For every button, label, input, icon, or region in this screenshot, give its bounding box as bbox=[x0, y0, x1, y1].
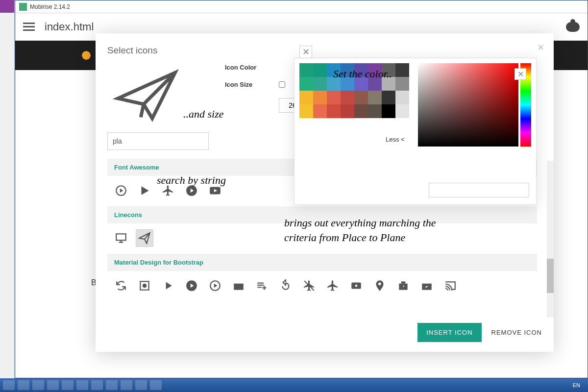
color-swatch[interactable] bbox=[313, 77, 327, 91]
scrollbar-thumb[interactable] bbox=[547, 259, 554, 293]
annot-and-size: ..and size bbox=[183, 108, 224, 121]
insert-icon-button[interactable]: INSERT ICON bbox=[417, 323, 481, 342]
play-solid-icon[interactable] bbox=[136, 182, 153, 199]
color-swatch[interactable] bbox=[327, 104, 341, 118]
modal-title: Select icons bbox=[107, 45, 542, 56]
color-swatch[interactable] bbox=[341, 104, 354, 118]
color-swatch[interactable] bbox=[395, 63, 409, 77]
color-picker-popover: ✕ Less < ✕ bbox=[294, 58, 537, 205]
taskbar-explorer-icon[interactable] bbox=[18, 380, 29, 390]
titlebar: Mobirise 2.14.2 bbox=[15, 0, 588, 13]
brightness-icon[interactable] bbox=[136, 277, 153, 294]
icon-size-label: Icon Size bbox=[225, 81, 279, 88]
sun-logo-icon bbox=[79, 48, 94, 63]
taskbar-mobirise-icon[interactable] bbox=[91, 380, 103, 390]
refresh-icon[interactable] bbox=[112, 277, 130, 294]
annot-set-color: Set the color.. bbox=[333, 68, 392, 80]
ribbon-color-strip bbox=[0, 0, 14, 13]
replay-icon[interactable] bbox=[277, 277, 294, 294]
color-swatch[interactable] bbox=[327, 91, 341, 104]
cast-icon[interactable] bbox=[441, 277, 459, 294]
local-play-icon[interactable] bbox=[347, 277, 365, 294]
hamburger-icon[interactable] bbox=[23, 23, 35, 31]
color-swatch[interactable] bbox=[354, 104, 368, 118]
playlist-add-icon[interactable] bbox=[253, 277, 271, 294]
color-swatch[interactable] bbox=[368, 104, 382, 118]
icon-preview bbox=[107, 64, 186, 127]
current-file: index.html bbox=[45, 21, 561, 33]
icon-search-input[interactable] bbox=[107, 132, 209, 150]
color-swatch[interactable] bbox=[299, 63, 313, 77]
airplane-off-icon[interactable] bbox=[300, 277, 318, 294]
play-circle-outline-icon[interactable] bbox=[112, 182, 130, 199]
colorpicker-toggle-close[interactable]: ✕ bbox=[299, 46, 312, 58]
taskbar-filezilla-icon[interactable] bbox=[106, 380, 118, 390]
color-swatch[interactable] bbox=[313, 91, 327, 104]
color-swatch[interactable] bbox=[313, 63, 327, 77]
less-toggle[interactable]: Less < bbox=[386, 136, 405, 143]
color-swatch[interactable] bbox=[382, 104, 395, 118]
color-swatch[interactable] bbox=[341, 91, 354, 104]
color-swatch[interactable] bbox=[382, 91, 395, 104]
color-swatch[interactable] bbox=[299, 104, 313, 118]
color-swatch[interactable] bbox=[313, 104, 327, 118]
taskbar-word-icon[interactable] bbox=[121, 380, 132, 390]
office-ribbon-sliver bbox=[0, 0, 15, 378]
color-swatch[interactable] bbox=[395, 77, 409, 91]
play-circle-outline2-icon[interactable] bbox=[206, 277, 224, 294]
cloud-upload-icon[interactable] bbox=[566, 22, 580, 32]
svg-point-4 bbox=[143, 284, 147, 288]
group-mdb[interactable]: Material Design for Bootstrap bbox=[107, 254, 537, 271]
play-circle-filled-icon[interactable] bbox=[183, 277, 200, 294]
paper-plane-icon[interactable] bbox=[136, 229, 153, 247]
language-indicator[interactable]: EN bbox=[568, 382, 585, 388]
color-swatch[interactable] bbox=[299, 91, 313, 104]
color-swatch[interactable] bbox=[354, 91, 368, 104]
modal-scrollbar[interactable] bbox=[547, 161, 554, 318]
briefcase-check-icon[interactable] bbox=[418, 277, 436, 294]
annot-search-by: search by string bbox=[157, 174, 226, 187]
windows-taskbar: EN bbox=[0, 378, 588, 392]
taskbar-app3-icon[interactable] bbox=[135, 380, 147, 390]
svg-rect-2 bbox=[116, 234, 126, 240]
color-swatch[interactable] bbox=[395, 91, 409, 104]
modal-close-button[interactable]: × bbox=[538, 41, 544, 54]
remove-icon-button[interactable]: REMOVE ICON bbox=[491, 329, 542, 336]
icon-size-checkbox[interactable] bbox=[279, 81, 285, 88]
archive-download-icon[interactable] bbox=[394, 277, 412, 294]
airplane-icon[interactable] bbox=[324, 277, 342, 294]
start-button[interactable] bbox=[3, 380, 15, 390]
taskbar-photoshop-icon[interactable] bbox=[150, 380, 162, 390]
taskbar-app2-icon[interactable] bbox=[76, 380, 88, 390]
color-swatch[interactable] bbox=[299, 77, 313, 91]
window-title: Mobirise 2.14.2 bbox=[30, 3, 70, 10]
hex-color-input[interactable] bbox=[429, 183, 529, 197]
annot-brings: brings out everything marching the crite… bbox=[284, 216, 470, 245]
taskbar-app1-icon[interactable] bbox=[62, 380, 74, 390]
play-arrow-icon[interactable] bbox=[159, 277, 177, 294]
display-icon[interactable] bbox=[112, 229, 130, 247]
taskbar-firefox-icon[interactable] bbox=[32, 380, 44, 390]
svg-rect-7 bbox=[234, 284, 244, 290]
gradient-close-button[interactable]: ✕ bbox=[514, 68, 526, 80]
color-swatch[interactable] bbox=[395, 104, 409, 118]
saturation-value-area[interactable] bbox=[418, 63, 518, 147]
icon-color-label: Icon Color bbox=[225, 64, 279, 71]
color-swatch[interactable] bbox=[368, 91, 382, 104]
place-icon[interactable] bbox=[371, 277, 389, 294]
taskbar-chrome-icon[interactable] bbox=[47, 380, 59, 390]
briefcase-icon[interactable] bbox=[230, 277, 247, 294]
app-logo-icon bbox=[19, 3, 27, 11]
